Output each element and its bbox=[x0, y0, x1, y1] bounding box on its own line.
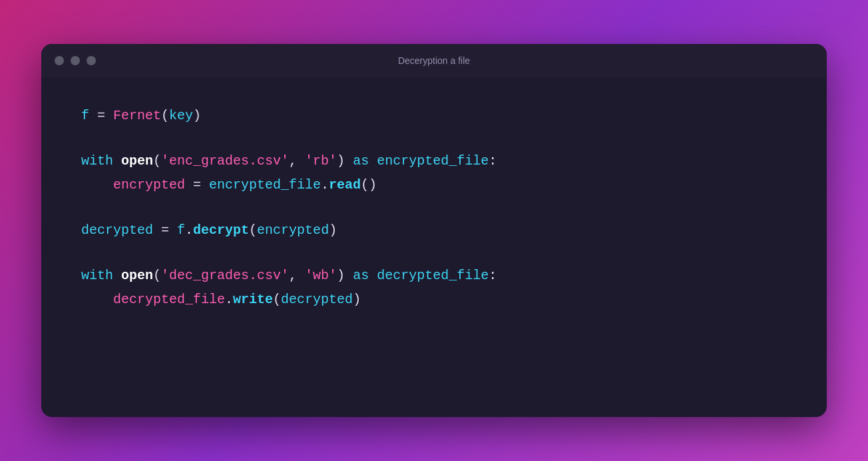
traffic-lights bbox=[55, 56, 96, 65]
parens-read: () bbox=[361, 177, 377, 193]
paren-close-2: ) bbox=[337, 153, 353, 169]
var-f: f bbox=[81, 108, 89, 123]
paren-open-2: ( bbox=[153, 153, 161, 169]
keyword-as-1: as bbox=[353, 153, 377, 169]
func-open-1: open bbox=[121, 153, 153, 169]
dot-1: . bbox=[321, 177, 329, 193]
code-line-5: with open('dec_grades.csv', 'wb') as dec… bbox=[81, 264, 787, 288]
code-line-2: with open('enc_grades.csv', 'rb') as enc… bbox=[81, 149, 787, 173]
code-line-4: decrypted = f.decrypt(encrypted) bbox=[81, 219, 787, 242]
var-encrypted-2: encrypted bbox=[257, 223, 329, 238]
var-key: key bbox=[169, 108, 193, 123]
var-f-2: f bbox=[177, 223, 185, 238]
titlebar: Deceryption a file bbox=[41, 44, 827, 77]
spacer-2 bbox=[81, 197, 787, 219]
code-area: f = Fernet(key) with open('enc_grades.cs… bbox=[41, 77, 827, 345]
colon-1: : bbox=[489, 153, 497, 169]
method-write: write bbox=[233, 292, 273, 307]
window-title: Deceryption a file bbox=[398, 55, 470, 66]
keyword-with-1: with bbox=[81, 153, 121, 169]
string-rb: 'rb' bbox=[305, 153, 337, 169]
string-wb: 'wb' bbox=[305, 268, 337, 283]
paren-close-1: ) bbox=[193, 108, 201, 123]
paren-open-5: ( bbox=[273, 292, 281, 307]
op-assign-3: = bbox=[153, 223, 177, 238]
class-fernet: Fernet bbox=[113, 108, 161, 123]
dot-3: . bbox=[225, 292, 233, 307]
var-encrypted-file-2: encrypted_file bbox=[209, 177, 321, 193]
func-open-2: open bbox=[121, 268, 153, 283]
close-button[interactable] bbox=[55, 56, 64, 65]
spacer-1 bbox=[81, 128, 787, 149]
comma-2: , bbox=[289, 268, 305, 283]
var-encrypted-1: encrypted bbox=[81, 177, 185, 193]
op-assign-2: = bbox=[185, 177, 209, 193]
code-line-6: decrypted_file.write(decrypted) bbox=[81, 288, 787, 312]
dot-2: . bbox=[185, 223, 193, 238]
string-enc-csv: 'enc_grades.csv' bbox=[161, 153, 289, 169]
method-decrypt: decrypt bbox=[193, 223, 249, 238]
var-decrypted-file-2: decrypted_file bbox=[81, 292, 225, 307]
string-dec-csv: 'dec_grades.csv' bbox=[161, 268, 289, 283]
paren-close-3: ) bbox=[329, 223, 337, 238]
comma-1: , bbox=[289, 153, 305, 169]
spacer-3 bbox=[81, 242, 787, 264]
paren-open-1: ( bbox=[161, 108, 169, 123]
var-decrypted-file: decrypted_file bbox=[377, 268, 489, 283]
var-encrypted-file: encrypted_file bbox=[377, 153, 489, 169]
window: Deceryption a file f = Fernet(key) with … bbox=[41, 44, 827, 417]
colon-2: : bbox=[489, 268, 497, 283]
method-read: read bbox=[329, 177, 361, 193]
keyword-with-2: with bbox=[81, 268, 121, 283]
paren-close-4: ) bbox=[337, 268, 353, 283]
code-line-1: f = Fernet(key) bbox=[81, 104, 787, 128]
maximize-button[interactable] bbox=[87, 56, 96, 65]
paren-open-4: ( bbox=[153, 268, 161, 283]
code-line-3: encrypted = encrypted_file.read() bbox=[81, 173, 787, 197]
minimize-button[interactable] bbox=[71, 56, 80, 65]
paren-open-3: ( bbox=[249, 223, 257, 238]
keyword-as-2: as bbox=[353, 268, 377, 283]
var-decrypted-1: decrypted bbox=[81, 223, 153, 238]
paren-close-5: ) bbox=[353, 292, 361, 307]
var-decrypted-2: decrypted bbox=[281, 292, 353, 307]
op-assign-1: = bbox=[89, 108, 113, 123]
